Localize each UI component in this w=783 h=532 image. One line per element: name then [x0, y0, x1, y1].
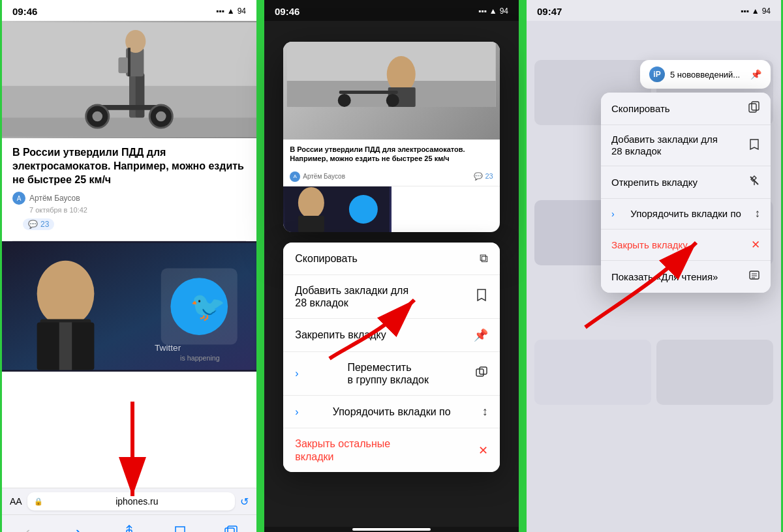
wifi-icon-2: ▲ — [489, 7, 497, 16]
card-thumb-elon — [283, 186, 392, 232]
forward-icon: › — [76, 522, 82, 533]
status-time-2: 09:46 — [275, 6, 299, 17]
menu-item-copy-2[interactable]: Скопировать ⧉ — [283, 243, 500, 275]
p3-menu-item-sort[interactable]: › Упорядочить вкладки по ↕ — [601, 199, 771, 229]
svg-rect-19 — [59, 323, 72, 370]
svg-text:is happening: is happening — [180, 354, 220, 362]
menu-item-close-2[interactable]: Закрыть остальныевкладки ✕ — [283, 428, 500, 471]
card-article-text: В России утвердили ПДД для электросамока… — [283, 140, 500, 169]
p3-bookmarks-label: Добавить закладки для28 вкладок — [611, 134, 718, 157]
p3-unpin-label: Открепить вкладку — [611, 177, 698, 188]
phone-panel-2: 09:46 ▪▪▪ ▲ 94 — [262, 0, 521, 532]
bookmarks-icon — [173, 525, 187, 532]
p3-menu-item-bookmarks[interactable]: Добавить закладки для28 вкладок — [601, 125, 771, 166]
refresh-icon[interactable]: ↺ — [240, 495, 249, 508]
battery-icon-1: 94 — [238, 7, 246, 16]
p3-close-icon: ✕ — [751, 238, 760, 252]
p3-menu-item-unpin[interactable]: Открепить вкладку — [601, 166, 771, 199]
status-icons-1: ▪▪▪ ▲ 94 — [216, 7, 246, 16]
menu-item-sort-2[interactable]: › Упорядочить вкладки по ↕ — [283, 396, 500, 428]
card-preview-image — [283, 42, 500, 140]
article1-image — [2, 21, 256, 138]
address-bar-1[interactable]: АА 🔒 iphones.ru ↺ — [2, 488, 256, 514]
close-icon-2: ✕ — [478, 443, 488, 458]
pinned-tab-chip[interactable]: iP 5 нововведений... 📌 — [640, 60, 771, 89]
url-text: iphones.ru — [46, 496, 228, 507]
pin-icon-chip: 📌 — [750, 69, 761, 80]
floating-preview-card: В России утвердили ПДД для электросамока… — [283, 42, 500, 232]
svg-point-32 — [387, 56, 416, 93]
card-author-avatar: А — [290, 171, 300, 182]
tabs-button[interactable] — [217, 520, 245, 532]
signal-icon-1: ▪▪▪ — [216, 7, 224, 16]
share-button[interactable] — [115, 520, 144, 532]
pin-icon-2: 📌 — [474, 328, 488, 342]
article1-title: В России утвердили ПДД для электросамока… — [12, 146, 246, 186]
phone-panel-3: 09:47 ▪▪▪ ▲ 94 iP 5 нововведений... 📌 — [525, 0, 783, 532]
p3-arrow-prefix: › — [611, 209, 615, 219]
svg-point-16 — [37, 261, 95, 327]
menu-item-pin-label-2: Закрепить вкладку — [295, 329, 386, 341]
arrow-prefix-sort-2: › — [295, 406, 298, 418]
status-bar-3: 09:47 ▪▪▪ ▲ 94 — [527, 0, 781, 21]
home-indicator-2 — [264, 527, 519, 532]
bookmarks-icon-2 — [475, 288, 488, 304]
svg-rect-4 — [136, 73, 145, 117]
panel3-background: iP 5 нововведений... 📌 Скопировать Добав… — [527, 21, 781, 532]
menu-item-pin-2[interactable]: Закрепить вкладку 📌 — [283, 319, 500, 352]
menu-item-bookmarks-2[interactable]: Добавить закладки для28 вкладок — [283, 275, 500, 319]
pinned-tab-label: 5 нововведений... — [670, 70, 745, 80]
wifi-icon-1: ▲ — [227, 7, 235, 16]
svg-rect-44 — [749, 104, 756, 112]
back-button[interactable]: ‹ — [13, 520, 42, 532]
author-avatar-1: А — [12, 192, 25, 205]
p3-reader-icon — [748, 269, 760, 284]
phone-panel-1: 09:46 ▪▪▪ ▲ 94 — [0, 0, 258, 532]
menu-item-move-label-2: Переместитьв группу вкладок — [347, 361, 428, 386]
menu-item-close-label-2: Закрыть остальныевкладки — [295, 437, 390, 462]
aa-label[interactable]: АА — [10, 496, 22, 507]
svg-text:🐦: 🐦 — [190, 289, 226, 323]
svg-point-38 — [298, 187, 324, 218]
tabs-icon — [224, 525, 238, 532]
context-menu-3: Скопировать Добавить закладки для28 вкла… — [601, 93, 771, 293]
svg-rect-45 — [752, 102, 759, 110]
article1-date: 7 октября в 10:42 — [12, 206, 246, 214]
p3-copy-icon — [748, 101, 760, 116]
url-bar[interactable]: 🔒 iphones.ru — [27, 492, 235, 510]
blurred-tab-5 — [534, 340, 651, 405]
p3-menu-item-reader[interactable]: Показать «Для чтения» — [601, 261, 771, 293]
status-bar-2: 09:46 ▪▪▪ ▲ 94 — [264, 0, 519, 21]
move-icon-2 — [475, 366, 488, 382]
browser-content-1: В России утвердили ПДД для электросамока… — [2, 21, 256, 488]
card-second-row — [283, 186, 500, 232]
home-bar-2 — [352, 528, 431, 531]
battery-icon-3: 94 — [762, 7, 771, 16]
status-icons-2: ▪▪▪ ▲ 94 — [478, 7, 508, 16]
signal-icon-2: ▪▪▪ — [478, 7, 487, 16]
p3-menu-item-close[interactable]: Закрыть вкладку ✕ — [601, 229, 771, 261]
p3-sort-label: Упорядочить вкладки по — [630, 208, 741, 220]
copy-icon-2: ⧉ — [480, 252, 488, 265]
p3-reader-label: Показать «Для чтения» — [611, 271, 718, 283]
svg-text:Twitter: Twitter — [155, 344, 181, 353]
p3-bookmarks-icon — [748, 138, 760, 153]
svg-rect-27 — [225, 528, 234, 532]
back-icon: ‹ — [25, 522, 31, 533]
pinned-tab-favicon: iP — [649, 66, 665, 82]
p3-menu-item-copy[interactable]: Скопировать — [601, 93, 771, 125]
svg-point-12 — [156, 111, 166, 122]
bookmarks-button[interactable] — [166, 520, 194, 532]
arrow-prefix-2: › — [295, 368, 298, 379]
panel2-background: В России утвердили ПДД для электросамока… — [264, 21, 519, 532]
forward-button[interactable]: › — [64, 520, 93, 532]
status-time-1: 09:46 — [12, 6, 37, 17]
card-article-author: А Артём Баусов 💬 23 — [283, 169, 500, 186]
card-comments: 💬 23 — [474, 172, 493, 181]
svg-point-11 — [92, 111, 102, 122]
sort-icon-2: ↕ — [482, 405, 488, 419]
svg-rect-2 — [2, 118, 256, 137]
status-time-3: 09:47 — [537, 6, 562, 17]
menu-item-move-2[interactable]: › Переместитьв группу вкладок — [283, 352, 500, 396]
blurred-tab-6 — [656, 340, 773, 405]
